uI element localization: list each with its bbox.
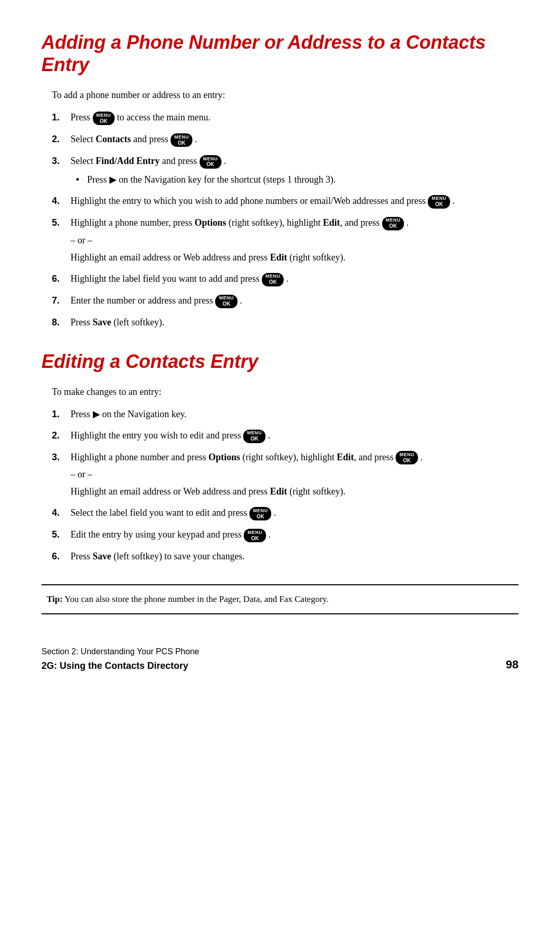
step-2-6-text: Press Save (left softkey) to save your c… xyxy=(71,551,245,561)
step-1-5-or: – or – xyxy=(71,233,519,248)
step-2-2: Highlight the entry you wish to edit and… xyxy=(52,429,519,443)
step-1-2-text: Select Contacts and press xyxy=(71,134,171,144)
section1-steps: Press MENUOK to access the main menu. Se… xyxy=(52,111,519,329)
menu-ok-btn-4: MENUOK xyxy=(428,195,450,209)
step-1-3-bullets: Press ▶ on the Navigation key for the sh… xyxy=(76,173,519,187)
section1-title: Adding a Phone Number or Address to a Co… xyxy=(41,31,519,76)
step-1-6: Highlight the label field you want to ad… xyxy=(52,272,519,286)
step-1-2: Select Contacts and press MENUOK . xyxy=(52,132,519,147)
step-2-3: Highlight a phone number and press Optio… xyxy=(52,450,519,499)
step-1-5-or-text: Highlight an email address or Web addres… xyxy=(71,251,519,265)
section1-intro: To add a phone number or address to an e… xyxy=(52,88,519,102)
menu-ok-btn-3: MENUOK xyxy=(200,155,222,169)
menu-ok-btn-1: MENUOK xyxy=(93,112,115,125)
section2-intro: To make changes to an entry: xyxy=(52,385,519,399)
step-1-5-text: Highlight a phone number, press Options … xyxy=(71,217,382,228)
step-2-5-period: . xyxy=(268,529,271,540)
step-1-1-text: Press xyxy=(71,112,93,122)
menu-ok-btn-s2-4: MENUOK xyxy=(249,507,272,520)
step-1-3: Select Find/Add Entry and press MENUOK .… xyxy=(52,154,519,187)
step-1-1-text-after: to access the main menu. xyxy=(117,112,211,122)
step-1-5: Highlight a phone number, press Options … xyxy=(52,216,519,265)
step-2-3-period: . xyxy=(420,452,423,462)
step-1-4: Highlight the entry to which you wish to… xyxy=(52,194,519,209)
step-1-6-period: . xyxy=(286,273,289,284)
step-1-7: Enter the number or address and press ME… xyxy=(52,294,519,308)
step-1-8: Press Save (left softkey). xyxy=(52,315,519,329)
step-2-2-text: Highlight the entry you wish to edit and… xyxy=(71,430,243,441)
step-2-5: Edit the entry by using your keypad and … xyxy=(52,528,519,542)
footer-left: Section 2: Understanding Your PCS Phone … xyxy=(41,645,199,673)
footer-chapter: 2G: Using the Contacts Directory xyxy=(41,659,199,673)
menu-ok-btn-7: MENUOK xyxy=(215,295,237,308)
step-1-5-period: . xyxy=(407,217,409,228)
step-1-8-text: Press Save (left softkey). xyxy=(71,317,164,327)
step-1-6-text: Highlight the label field you want to ad… xyxy=(71,273,262,284)
step-1-1: Press MENUOK to access the main menu. xyxy=(52,111,519,125)
step-1-3-period: . xyxy=(224,156,227,166)
step-2-3-text: Highlight a phone number and press Optio… xyxy=(71,452,396,462)
step-2-4-text: Select the label field you want to edit … xyxy=(71,507,249,518)
step-1-7-period: . xyxy=(240,295,242,306)
menu-ok-btn-5: MENUOK xyxy=(382,217,404,230)
step-2-1: Press ▶ on the Navigation key. xyxy=(52,407,519,421)
tip-box: Tip: You can also store the phone number… xyxy=(41,584,519,614)
menu-ok-btn-s2-5: MENUOK xyxy=(244,529,266,542)
step-2-6: Press Save (left softkey) to save your c… xyxy=(52,550,519,564)
section2-steps: Press ▶ on the Navigation key. Highlight… xyxy=(52,407,519,564)
menu-ok-btn-2: MENUOK xyxy=(171,133,193,147)
step-1-3-bullet-1: Press ▶ on the Navigation key for the sh… xyxy=(76,173,519,187)
menu-ok-btn-6: MENUOK xyxy=(262,273,284,286)
step-2-1-text: Press ▶ on the Navigation key. xyxy=(71,409,187,419)
step-2-3-or: – or – xyxy=(71,468,519,482)
step-1-3-bullet-text: Press ▶ on the Navigation key for the sh… xyxy=(87,174,335,185)
footer-section: Section 2: Understanding Your PCS Phone xyxy=(41,645,199,658)
step-1-4-period: . xyxy=(452,196,455,206)
menu-ok-btn-s2-3: MENUOK xyxy=(396,451,418,464)
menu-ok-btn-s2-2: MENUOK xyxy=(243,430,265,443)
step-2-4: Select the label field you want to edit … xyxy=(52,506,519,520)
step-1-4-text: Highlight the entry to which you wish to… xyxy=(71,196,428,206)
step-2-4-period: . xyxy=(274,507,276,518)
tip-label: Tip: xyxy=(47,594,63,604)
step-1-7-text: Enter the number or address and press xyxy=(71,295,215,306)
footer: Section 2: Understanding Your PCS Phone … xyxy=(41,645,519,673)
step-2-2-period: . xyxy=(268,430,270,441)
section2-title: Editing a Contacts Entry xyxy=(41,350,519,373)
footer-page: 98 xyxy=(506,656,519,673)
step-1-3-text: Select Find/Add Entry and press xyxy=(71,156,200,166)
step-2-3-or-text: Highlight an email address or Web addres… xyxy=(71,485,519,499)
tip-text: You can also store the phone number in t… xyxy=(65,594,329,604)
step-2-5-text: Edit the entry by using your keypad and … xyxy=(71,529,244,540)
step-1-2-period: . xyxy=(195,134,198,144)
